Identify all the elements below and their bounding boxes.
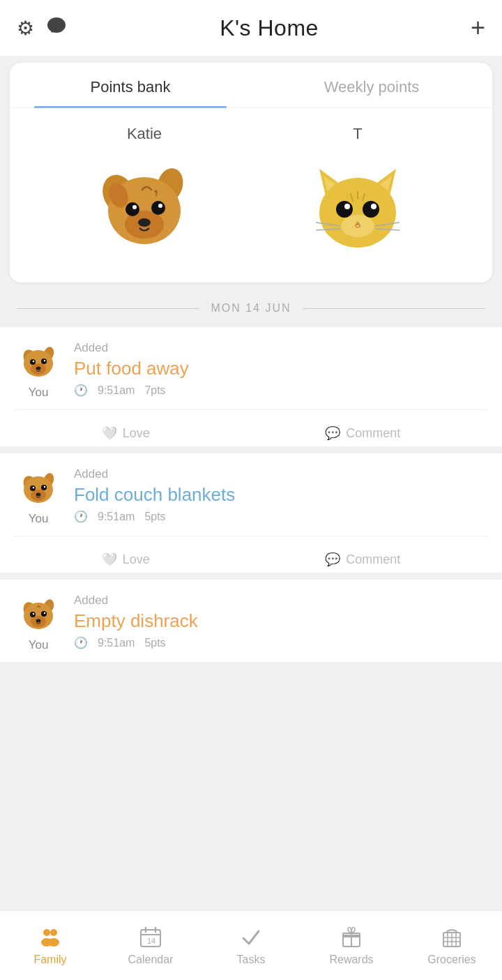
divider-1 — [0, 446, 502, 453]
activity-avatar-wrap-1: You — [14, 340, 63, 400]
activity-content-1: Added Put food away 🕐 9:51am 7pts — [74, 340, 488, 397]
activity-title-3: Empty dishrack — [74, 610, 488, 632]
svg-point-53 — [41, 611, 47, 617]
svg-point-17 — [341, 215, 374, 237]
svg-point-54 — [33, 613, 34, 615]
bottom-spacer — [0, 662, 502, 739]
svg-point-47 — [36, 493, 41, 497]
nav-label-calendar: Calendar — [128, 953, 174, 966]
nav-label-family: Family — [33, 953, 66, 966]
svg-point-35 — [41, 359, 47, 364]
activity-user-1: You — [29, 386, 49, 400]
heart-icon-2: 🤍 — [102, 552, 117, 567]
activity-added-label-2: Added — [74, 467, 488, 481]
activity-added-label-1: Added — [74, 341, 488, 355]
svg-point-18 — [336, 201, 353, 218]
svg-point-9 — [158, 204, 162, 208]
svg-point-0 — [47, 17, 66, 33]
member-t: T — [302, 125, 413, 262]
nav-item-calendar[interactable]: 14 Calendar — [100, 926, 201, 966]
activity-time-3: 9:51am — [98, 637, 135, 649]
svg-point-20 — [344, 204, 350, 209]
activity-actions-2: 🤍 Love 💬 Comment — [14, 536, 488, 573]
activity-points-3: 5pts — [144, 637, 165, 649]
activity-points-2: 5pts — [144, 511, 165, 523]
svg-point-38 — [36, 367, 41, 370]
activity-content-2: Added Fold couch blankets 🕐 9:51am 5pts — [74, 466, 488, 523]
member-name-katie: Katie — [127, 125, 162, 143]
avatar-t — [302, 150, 413, 262]
activity-points-1: 7pts — [144, 384, 165, 397]
activity-feed: You Added Put food away 🕐 9:51am 7pts 🤍 … — [0, 327, 502, 662]
activity-user-3: You — [29, 638, 49, 652]
svg-point-7 — [151, 201, 165, 215]
activity-meta-2: 🕐 9:51am 5pts — [74, 510, 488, 523]
svg-text:14: 14 — [147, 937, 155, 945]
love-button-1[interactable]: 🤍 Love — [88, 420, 164, 446]
activity-avatar-wrap-3: You — [14, 592, 63, 652]
svg-point-45 — [33, 487, 34, 488]
activity-time-1: 9:51am — [98, 384, 135, 397]
tab-points-bank[interactable]: Points bank — [10, 63, 251, 107]
svg-point-43 — [30, 485, 36, 491]
points-card: Points bank Weekly points Katie — [10, 63, 492, 282]
activity-time-2: 9:51am — [98, 511, 135, 523]
tasks-icon — [239, 926, 263, 949]
rewards-icon — [340, 926, 363, 949]
svg-point-8 — [132, 205, 137, 209]
activity-item-2: You Added Fold couch blankets 🕐 9:51am 5… — [0, 453, 502, 573]
nav-item-family[interactable]: Family — [0, 926, 100, 966]
nav-item-rewards[interactable]: Rewards — [301, 926, 402, 966]
bottom-nav: Family 14 Calendar Tasks Rewards — [0, 910, 502, 980]
svg-point-21 — [371, 204, 376, 209]
header-left-icons: ⚙ — [17, 15, 68, 42]
activity-item-3: You Added Empty dishrack 🕐 9:51am 5pts — [0, 580, 502, 662]
activity-meta-3: 🕐 9:51am 5pts — [74, 636, 488, 649]
svg-point-55 — [44, 612, 45, 614]
svg-point-60 — [48, 938, 59, 947]
nav-label-rewards: Rewards — [329, 953, 373, 966]
svg-point-56 — [36, 619, 41, 623]
add-button[interactable]: + — [471, 13, 485, 43]
svg-point-36 — [33, 361, 34, 362]
comment-button-1[interactable]: 💬 Comment — [311, 420, 414, 446]
comment-icon-1: 💬 — [325, 425, 340, 441]
tab-weekly-points[interactable]: Weekly points — [251, 63, 492, 107]
calendar-icon: 14 — [139, 926, 162, 949]
nav-label-groceries: Groceries — [427, 953, 476, 966]
svg-point-52 — [30, 612, 36, 617]
groceries-icon — [440, 926, 464, 949]
nav-item-groceries[interactable]: Groceries — [402, 926, 502, 966]
members-row: Katie — [10, 108, 492, 262]
svg-point-46 — [44, 486, 45, 488]
svg-point-57 — [43, 929, 50, 936]
svg-point-6 — [126, 202, 139, 216]
activity-meta-1: 🕐 9:51am 7pts — [74, 384, 488, 397]
comment-button-2[interactable]: 💬 Comment — [311, 546, 414, 573]
tabs: Points bank Weekly points — [10, 63, 492, 108]
svg-point-34 — [30, 359, 36, 365]
avatar-katie — [89, 150, 200, 262]
nav-label-tasks: Tasks — [237, 953, 266, 966]
activity-user-2: You — [29, 512, 49, 526]
svg-point-37 — [44, 360, 45, 361]
member-name-t: T — [353, 125, 362, 143]
activity-content-3: Added Empty dishrack 🕐 9:51am 5pts — [74, 592, 488, 649]
activity-added-label-3: Added — [74, 594, 488, 608]
activity-title-2: Fold couch blankets — [74, 484, 488, 506]
member-katie: Katie — [89, 125, 200, 262]
activity-actions-1: 🤍 Love 💬 Comment — [14, 409, 488, 446]
nav-item-tasks[interactable]: Tasks — [201, 926, 301, 966]
settings-icon[interactable]: ⚙ — [17, 17, 34, 40]
chat-icon[interactable] — [45, 15, 68, 42]
love-button-2[interactable]: 🤍 Love — [88, 546, 164, 573]
svg-point-10 — [138, 218, 151, 227]
heart-icon-1: 🤍 — [102, 425, 117, 441]
activity-title-1: Put food away — [74, 358, 488, 379]
svg-point-44 — [41, 485, 47, 490]
divider-2 — [0, 573, 502, 580]
family-icon — [38, 926, 62, 949]
header: ⚙ K's Home + — [0, 0, 502, 56]
svg-point-58 — [50, 929, 57, 936]
svg-point-19 — [363, 201, 379, 218]
